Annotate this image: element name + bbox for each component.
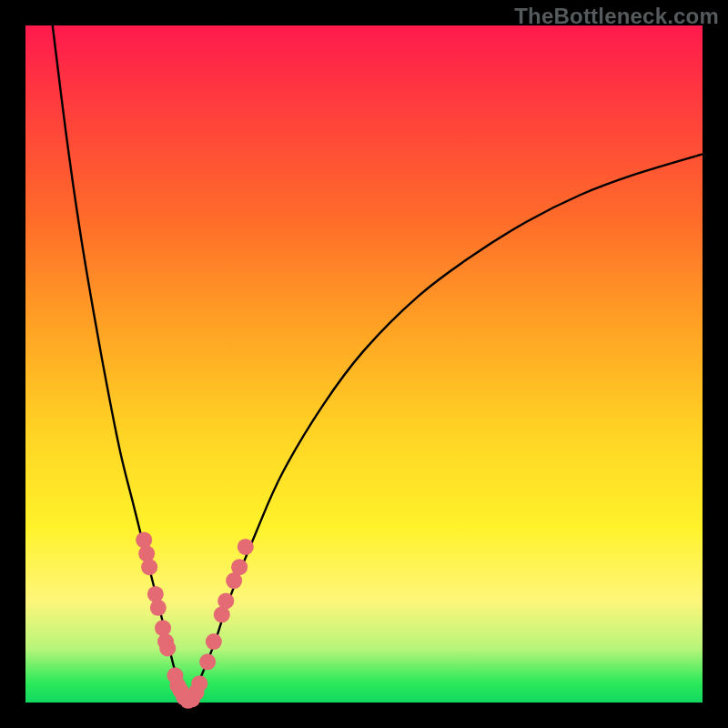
curve-marker xyxy=(159,640,176,656)
curve-marker xyxy=(147,586,164,602)
curve-marker xyxy=(155,620,171,636)
marker-layer xyxy=(136,531,254,708)
curve-marker xyxy=(217,592,234,609)
curve-layer xyxy=(53,25,703,703)
curve-marker xyxy=(231,559,248,575)
curve-marker xyxy=(141,559,157,575)
chart-plot-area xyxy=(25,25,703,703)
curve-marker xyxy=(138,545,155,561)
curve-marker xyxy=(150,600,167,616)
curve-marker xyxy=(199,653,216,670)
chart-frame: TheBottleneck.com xyxy=(0,0,728,728)
curve-marker xyxy=(136,531,152,548)
curve-right-branch xyxy=(188,154,703,703)
curve-marker xyxy=(191,675,207,692)
curve-left-branch xyxy=(53,25,188,703)
chart-svg xyxy=(25,25,703,703)
watermark-text: TheBottleneck.com xyxy=(514,4,719,29)
curve-marker xyxy=(238,539,254,555)
curve-marker xyxy=(206,633,222,650)
